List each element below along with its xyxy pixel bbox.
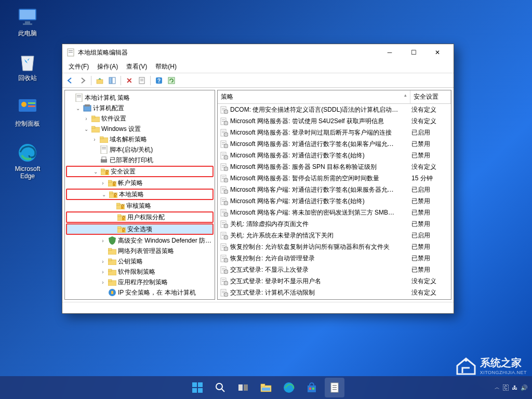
maximize-button[interactable]: ☐	[402, 45, 425, 60]
tree-item-account_policy[interactable]: ›帐户策略	[66, 178, 214, 188]
minimize-button[interactable]: ─	[378, 45, 402, 60]
tree-item-security_options[interactable]: 安全选项	[66, 223, 214, 235]
tree-toggle[interactable]: ⌄	[100, 192, 108, 197]
properties-button[interactable]	[136, 75, 148, 86]
tree-item-windows_settings[interactable]: ⌄Windows 设置	[66, 124, 214, 134]
delete-button[interactable]: ✕	[124, 75, 135, 86]
tree-item-app_ctrl[interactable]: ›应用程序控制策略	[66, 277, 214, 287]
tree-toggle[interactable]: ⌄	[74, 105, 82, 111]
tree-toggle[interactable]: ⌄	[83, 126, 90, 132]
tree-toggle[interactable]: ›	[91, 137, 98, 142]
gpedit-taskbar-button[interactable]	[325, 378, 344, 397]
tree-item-sw_restrict[interactable]: ›软件限制策略	[66, 267, 214, 277]
list-row[interactable]: Microsoft 网络服务器: 对通信进行数字签名(如果客户端允…已禁用	[218, 138, 451, 150]
edge-taskbar-button[interactable]	[279, 378, 299, 397]
tree-item-computer_config[interactable]: ⌄计算机配置	[66, 103, 214, 113]
svg-point-118	[224, 247, 228, 251]
up-button[interactable]	[94, 75, 105, 86]
list-row[interactable]: 恢复控制台: 允许自动管理登录已禁用	[218, 252, 451, 264]
help-button[interactable]: ?	[153, 75, 165, 86]
menu-action[interactable]: 操作(A)	[93, 61, 122, 72]
list-row[interactable]: Microsoft 网络客户端: 对通信进行数字签名(如果服务器允…已启用	[218, 184, 451, 195]
tree-item-scripts[interactable]: 脚本(启动/关机)	[66, 144, 214, 155]
tree-toggle[interactable]: ⌄	[92, 169, 99, 175]
desktop-recycle-bin[interactable]: 回收站	[9, 51, 46, 83]
titlebar[interactable]: 本地组策略编辑器 ─ ☐ ✕	[62, 44, 454, 61]
close-button[interactable]: ✕	[425, 45, 449, 60]
task-view-button[interactable]	[233, 378, 253, 397]
network-icon[interactable]: 🖧	[512, 384, 517, 391]
svg-rect-141	[198, 382, 203, 387]
policy-name: Microsoft 网络客户端: 对通信进行数字签名(始终)	[230, 197, 411, 206]
list-row[interactable]: Microsoft 网络服务器: 暂停会话前所需的空闲时间数量15 分钟	[218, 172, 451, 184]
folder-icon	[108, 247, 116, 255]
tree-toggle[interactable]: ›	[99, 280, 107, 285]
list-row[interactable]: Microsoft 网络服务器: 尝试使用 S4U2Self 获取声明信息没有定…	[218, 115, 451, 127]
tree-toggle[interactable]: ›	[99, 180, 107, 186]
svg-point-78	[224, 132, 228, 137]
input-icon[interactable]: 🇨	[503, 384, 509, 391]
tree-item-printers[interactable]: 已部署的打印机	[66, 155, 214, 165]
tree-item-audit_policy[interactable]: 审核策略	[66, 201, 214, 211]
back-button[interactable]	[64, 75, 76, 86]
list-row[interactable]: Microsoft 网络服务器: 对通信进行数字签名(始终)已禁用	[218, 150, 451, 161]
start-button[interactable]	[188, 378, 207, 397]
menu-view[interactable]: 查看(V)	[122, 61, 151, 72]
chevron-up-icon[interactable]: ︿	[495, 384, 500, 391]
refresh-button[interactable]	[166, 75, 177, 86]
tree-toggle[interactable]: ›	[99, 259, 107, 264]
folder-icon	[117, 213, 126, 221]
list-row[interactable]: 恢复控制台: 允许软盘复制并访问所有驱动器和所有文件夹已禁用	[218, 241, 451, 252]
svg-rect-100	[222, 200, 225, 200]
tree-item-user_rights[interactable]: 用户权限分配	[66, 211, 214, 223]
tree-item-ipsec[interactable]: IP 安全策略，在 本地计算机	[66, 287, 214, 298]
list-row[interactable]: Microsoft 网络客户端: 将未加密的密码发送到第三方 SMB…已禁用	[218, 207, 451, 218]
show-hide-tree-button[interactable]	[107, 75, 118, 86]
folder-icon	[117, 225, 126, 233]
tree-label: 高级审核策略配置	[118, 299, 168, 300]
tree-item-adv_audit[interactable]: ›高级审核策略配置	[66, 298, 214, 300]
search-button[interactable]	[210, 378, 230, 397]
label: 回收站	[9, 74, 46, 83]
column-policy[interactable]: 策略▴	[218, 90, 410, 103]
tree-item-software[interactable]: ›软件设置	[66, 113, 214, 124]
desktop-control-panel[interactable]: 控制面板	[9, 97, 46, 128]
tree-pane[interactable]: 本地计算机 策略⌄计算机配置›软件设置⌄Windows 设置›域名解析策略脚本(…	[64, 90, 215, 300]
list-row[interactable]: Microsoft 网络服务器: 登录时间过期后断开与客户端的连接已启用	[218, 127, 451, 138]
systray[interactable]: ︿ 🇨 🖧 🔊	[495, 384, 528, 391]
column-setting[interactable]: 安全设置	[410, 90, 451, 103]
tree-toggle[interactable]: ›	[99, 269, 107, 275]
menu-file[interactable]: 文件(F)	[64, 61, 93, 72]
tree-toggle[interactable]: ›	[83, 116, 90, 122]
desktop-this-pc[interactable]: 此电脑	[9, 6, 46, 38]
svg-rect-154	[312, 388, 314, 390]
list-row[interactable]: Microsoft 网络服务器: 服务器 SPN 目标名称验证级别没有定义	[218, 161, 451, 172]
policy-icon	[220, 128, 228, 137]
list-row[interactable]: Microsoft 网络客户端: 对通信进行数字签名(始终)已禁用	[218, 195, 451, 207]
volume-icon[interactable]: 🔊	[521, 384, 528, 391]
menu-help[interactable]: 帮助(H)	[151, 61, 181, 72]
policy-name: DCOM: 使用安全描述符定义语言(SDDL)语法的计算机启动…	[230, 105, 411, 114]
tree-toggle[interactable]: ›	[99, 238, 107, 244]
recycle-icon	[17, 51, 38, 72]
list-row[interactable]: 关机: 允许系统在未登录的情况下关闭已启用	[218, 230, 451, 241]
tree-item-netlist[interactable]: 网络列表管理器策略	[66, 246, 214, 256]
store-button[interactable]	[302, 378, 322, 397]
tree-item-security[interactable]: ⌄安全设置	[66, 166, 214, 177]
list-row[interactable]: DCOM: 使用安全描述符定义语言(SDDL)语法的计算机启动…没有定义	[218, 104, 451, 115]
tree-item-pubkey[interactable]: ›公钥策略	[66, 256, 214, 267]
tree-item-dns_policy[interactable]: ›域名解析策略	[66, 134, 214, 144]
list-row[interactable]: 交互式登录: 不显示上次登录已禁用	[218, 264, 451, 275]
list-row[interactable]: 交互式登录: 计算机不活动限制没有定义	[218, 287, 451, 298]
tree-item-root[interactable]: 本地计算机 策略	[66, 92, 214, 103]
tree-item-local_policy[interactable]: ⌄本地策略	[66, 189, 214, 200]
tree-item-defender[interactable]: ›高级安全 Windows Defender 防…	[66, 235, 214, 246]
explorer-button[interactable]	[256, 378, 276, 397]
desktop-edge[interactable]: Microsoft Edge	[9, 142, 46, 180]
list-row[interactable]: 交互式登录: 登录时不显示用户名没有定义	[218, 275, 451, 287]
list-row[interactable]: 交互式登录: 计算机帐户锁定阈值没有定义	[218, 298, 451, 300]
list-pane[interactable]: 策略▴ 安全设置 DCOM: 使用安全描述符定义语言(SDDL)语法的计算机启动…	[217, 90, 451, 300]
svg-rect-12	[97, 79, 103, 84]
forward-button[interactable]	[77, 75, 88, 86]
list-row[interactable]: 关机: 清除虚拟内存页面文件已禁用	[218, 218, 451, 230]
